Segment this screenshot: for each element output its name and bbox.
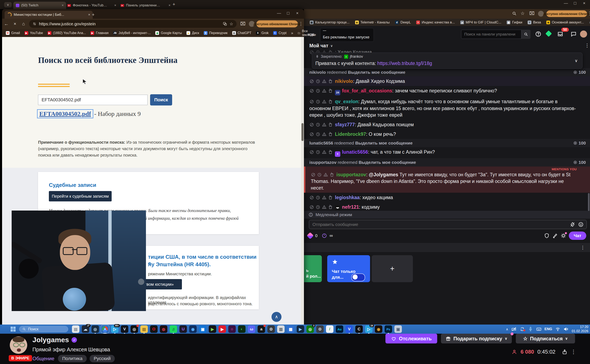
new-tab-button[interactable]: + — [173, 2, 175, 7]
warn-icon[interactable] — [322, 150, 327, 155]
delete-icon[interactable] — [328, 150, 333, 155]
zoom-icon[interactable] — [512, 11, 517, 16]
pinned-link[interactable]: https://web.tribute.tg/l/18g — [377, 61, 432, 66]
delete-icon[interactable] — [328, 79, 333, 84]
language-indicator[interactable]: ENG — [544, 327, 552, 331]
minimize-button[interactable]: — — [561, 1, 570, 6]
delete-icon[interactable] — [329, 172, 334, 177]
taskbar-icon-telegram[interactable]: ▷ 99+ — [111, 325, 119, 333]
stream-category-link[interactable]: Общение — [33, 356, 54, 362]
redeem-username[interactable]: lunatic5656 — [309, 141, 333, 145]
all-bookmarks-button[interactable]: Все закладки — [298, 29, 317, 37]
taskbar-icon-sticky-notes[interactable]: ▤ — [72, 325, 80, 333]
chat-settings-gear-icon[interactable] — [561, 233, 566, 239]
close-button[interactable]: × — [293, 11, 302, 16]
chat-username[interactable]: Lidenbrock97 — [335, 131, 366, 137]
chat-button[interactable]: Чат — [569, 232, 586, 240]
warn-icon[interactable] — [322, 195, 327, 200]
chat-username[interactable]: nefr121 — [342, 204, 359, 210]
bookmark-item[interactable]: ▶ (1692) YouTube Ana... — [48, 31, 86, 35]
bookmark-star-icon[interactable]: ☆ — [229, 21, 233, 26]
share-icon[interactable] — [562, 349, 568, 355]
bookmark-item[interactable]: ▲ Диск — [187, 31, 199, 35]
bits-icon[interactable] — [570, 222, 575, 227]
taskbar-icon-scanner[interactable]: ▥ — [277, 325, 285, 333]
taskbar-icon-vegas-blue[interactable]: V — [346, 325, 353, 333]
maximize-button[interactable]: □ — [284, 11, 293, 16]
search-button[interactable]: Поиск — [150, 94, 172, 105]
taskbar-icon-red-ring-app[interactable]: ◍ — [160, 325, 167, 333]
redeem-username[interactable]: isupportazov — [309, 160, 337, 165]
mod-action-icons[interactable] — [311, 172, 334, 177]
browser-tab-twitch[interactable]: (50) Twitch × — [13, 2, 66, 9]
stream-tag[interactable]: Политика — [58, 355, 87, 362]
chat-username[interactable]: fox_for_all_occasions — [342, 88, 392, 93]
ban-icon[interactable] — [309, 88, 314, 93]
ban-icon[interactable] — [309, 150, 314, 155]
add-quick-action-card[interactable]: + — [372, 255, 413, 282]
ban-icon[interactable] — [309, 79, 314, 84]
stop-icon[interactable]: × — [11, 21, 19, 26]
chat-input[interactable] — [312, 222, 567, 227]
channel-name[interactable]: Jolygames — [33, 336, 69, 344]
follow-button[interactable]: Отслеживать — [385, 334, 437, 344]
bookmark-item[interactable]: ◆ Основной аккаунт... — [546, 20, 584, 25]
sparkle-icon[interactable] — [545, 30, 552, 37]
menu-kebab-icon[interactable]: ⋮ — [298, 21, 304, 26]
result-pdf-link[interactable]: EFTA00304502.pdf — [39, 110, 91, 117]
dashboard-search-input[interactable] — [464, 32, 521, 37]
sync-icon[interactable] — [520, 326, 525, 332]
scroll-to-top-button[interactable]: ∧ — [272, 312, 282, 322]
taskbar-icon-media-player[interactable]: ▶ — [297, 325, 304, 333]
dashboard-search[interactable] — [461, 30, 521, 39]
bookmark-item[interactable]: M Gmail — [6, 31, 20, 35]
ban-icon[interactable] — [309, 122, 314, 127]
chat-username[interactable]: isupportazov — [336, 172, 366, 177]
taskbar-icon-outlook[interactable]: ▣ — [199, 325, 207, 333]
warn-icon[interactable] — [322, 122, 327, 127]
page-scrollbar-thumb[interactable] — [302, 123, 303, 141]
back-icon[interactable]: ← — [2, 21, 11, 26]
microphone-icon[interactable] — [528, 326, 533, 332]
translate-icon[interactable] — [223, 22, 227, 26]
pinned-message-card[interactable]: Закреплено: ⚔ jfrankov Приватка с кучей … — [312, 52, 583, 69]
taskbar-icon-audition-beta[interactable]: a — [258, 325, 265, 333]
keyboard-icon[interactable] — [536, 326, 542, 332]
chrome-update-pill[interactable]: Доступно обновление Chrome — [546, 10, 587, 17]
channel-avatar[interactable] — [10, 336, 27, 354]
chrome-update-pill[interactable]: Доступно обновление Chrome — [256, 20, 298, 27]
site-settings-icon[interactable] — [33, 22, 37, 26]
followers-chat-toggle[interactable] — [351, 273, 365, 281]
ban-icon[interactable] — [309, 195, 314, 200]
chat-username[interactable]: qv_exelon — [335, 99, 358, 104]
ban-icon[interactable] — [309, 132, 314, 137]
extensions-icon[interactable]: ⌧ — [529, 11, 535, 16]
taskbar-icon-spotify[interactable]: ♫ — [170, 325, 177, 333]
taskbar-icon-stacked-windows-app[interactable]: ▣ — [394, 325, 402, 333]
chat-username[interactable]: sfayz777 — [335, 122, 355, 127]
mod-action-icons[interactable] — [309, 88, 333, 93]
taskbar-icon-yt-studio[interactable]: ▶ — [209, 325, 216, 333]
camera-off-icon[interactable] — [511, 326, 517, 332]
user-avatar[interactable] — [580, 31, 587, 38]
warn-icon[interactable] — [323, 172, 328, 177]
taskbar-icon-green-sphere-app[interactable]: ◐ — [238, 325, 246, 333]
channel-points-icon[interactable] — [307, 232, 314, 239]
taskbar-icon-steam[interactable]: ◎ — [92, 325, 99, 333]
delete-icon[interactable] — [328, 195, 333, 200]
page-scrollbar-track[interactable] — [301, 37, 304, 325]
mod-action-icons[interactable] — [309, 122, 333, 127]
quick-action-card-green[interactable]: ь й рол... — [304, 255, 322, 282]
tray-chevron-icon[interactable]: ∧ — [506, 327, 508, 331]
gift-sub-button[interactable]: Подарить подписку ∨ — [441, 334, 512, 344]
taskbar-icon-vegas-pro[interactable]: V — [121, 325, 128, 333]
timeout-icon[interactable] — [317, 172, 322, 177]
warn-icon[interactable] — [322, 99, 327, 104]
bookmark-star-icon[interactable]: ☆ — [521, 11, 525, 16]
mod-action-icons[interactable] — [309, 132, 333, 137]
mod-shield-icon[interactable] — [544, 233, 550, 239]
mod-action-icons[interactable] — [309, 150, 333, 155]
taskbar-icon-xbox[interactable]: ◎ 3 — [306, 325, 314, 333]
delete-icon[interactable] — [328, 132, 333, 137]
stream-tag[interactable]: Русский — [90, 355, 115, 362]
